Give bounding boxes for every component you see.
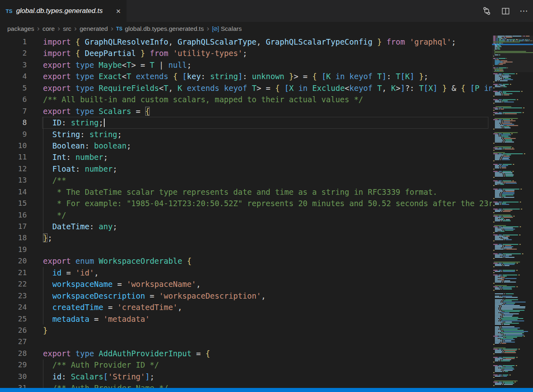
line-number-gutter: 1234567891011121314151617181920212223242… [0, 36, 27, 392]
code-line-19[interactable] [43, 244, 492, 255]
line-number: 21 [0, 267, 27, 278]
text-cursor [104, 118, 105, 127]
line-number: 20 [0, 255, 27, 267]
line-number: 5 [0, 82, 27, 94]
line-number: 24 [0, 302, 27, 313]
line-number: 8 [0, 117, 27, 128]
code-line-25[interactable]: metadata = 'metadata' [43, 313, 492, 325]
close-icon[interactable]: ✕ [114, 7, 123, 15]
code-line-26[interactable]: } [43, 325, 492, 336]
breadcrumb-item-generated[interactable]: generated [80, 25, 108, 32]
more-actions-icon[interactable]: ⋯ [519, 6, 529, 16]
code-line-8[interactable]: ID: string; [43, 117, 492, 128]
chevron-right-icon: › [34, 24, 42, 34]
code-content[interactable]: import { GraphQLResolveInfo, GraphQLScal… [43, 36, 492, 392]
line-number: 9 [0, 129, 27, 140]
chevron-right-icon: › [55, 24, 63, 34]
code-line-6[interactable]: /** All built-in and custom scalars, map… [43, 94, 492, 105]
line-number: 17 [0, 221, 27, 232]
split-editor-icon[interactable] [501, 6, 510, 16]
code-line-4[interactable]: export type Exact<T extends { [key: stri… [43, 71, 492, 82]
code-line-9[interactable]: String: string; [43, 129, 492, 140]
breadcrumb-item-symbol-scalars[interactable]: Scalars [221, 25, 242, 32]
editor-actions: ⋯ [482, 0, 529, 22]
code-line-10[interactable]: Boolean: boolean; [43, 140, 492, 151]
symbol-type-icon: [⊘] [212, 26, 219, 32]
code-line-30[interactable]: id: Scalars['String']; [43, 371, 492, 382]
code-line-29[interactable]: /** Auth Provider ID */ [43, 359, 492, 370]
line-number: 6 [0, 94, 27, 105]
code-line-2[interactable]: import { DeepPartial } from 'utility-typ… [43, 47, 492, 59]
breadcrumb: packages › core › src › generated › TS g… [0, 22, 533, 36]
typescript-file-icon: TS [6, 8, 13, 14]
breadcrumb-item-core[interactable]: core [43, 25, 55, 32]
code-line-14[interactable]: * The DateTime scalar type represents da… [43, 186, 492, 198]
tab-title: global.db.types.generated.ts [16, 7, 103, 15]
tab-global-db-types-generated-ts[interactable]: TS global.db.types.generated.ts ✕ [0, 0, 127, 22]
code-line-24[interactable]: createdTime = 'createdTime', [43, 302, 492, 313]
line-number: 14 [0, 186, 27, 198]
code-line-21[interactable]: id = 'id', [43, 267, 492, 278]
code-line-23[interactable]: workspaceDescription = 'workspaceDescrip… [43, 290, 492, 302]
line-number: 15 [0, 198, 27, 209]
line-number: 18 [0, 232, 27, 243]
code-line-17[interactable]: DateTime: any; [43, 221, 492, 232]
code-line-20[interactable]: export enum WorkspaceOrderable { [43, 255, 492, 267]
code-line-28[interactable]: export type AddAuthProviderInput = { [43, 348, 492, 359]
vscode-window: TS global.db.types.generated.ts ✕ [0, 0, 533, 392]
line-number: 13 [0, 174, 27, 186]
code-line-27[interactable] [43, 336, 492, 347]
line-number: 25 [0, 313, 27, 325]
breadcrumb-item-src[interactable]: src [63, 25, 71, 32]
line-number: 27 [0, 336, 27, 347]
code-line-3[interactable]: export type Maybe<T> = T | null; [43, 59, 492, 71]
minimap[interactable] [492, 36, 533, 392]
code-line-11[interactable]: Int: number; [43, 151, 492, 163]
code-editor: 1234567891011121314151617181920212223242… [0, 36, 533, 392]
line-number: 3 [0, 59, 27, 71]
code-line-7[interactable]: export type Scalars = { [43, 106, 492, 117]
line-number: 2 [0, 47, 27, 59]
line-number: 29 [0, 359, 27, 370]
line-number: 7 [0, 106, 27, 117]
line-number: 30 [0, 371, 27, 382]
line-number: 1 [0, 36, 27, 47]
line-number: 19 [0, 244, 27, 255]
line-number: 28 [0, 348, 27, 359]
line-number: 22 [0, 278, 27, 290]
line-number: 16 [0, 209, 27, 221]
open-changes-icon[interactable] [482, 6, 492, 16]
chevron-right-icon: › [204, 24, 212, 34]
code-line-22[interactable]: workspaceName = 'workspaceName', [43, 278, 492, 290]
line-number: 23 [0, 290, 27, 302]
code-line-16[interactable]: */ [43, 209, 492, 221]
status-bar [0, 388, 533, 392]
breadcrumb-item-packages[interactable]: packages [7, 25, 34, 32]
line-number: 12 [0, 163, 27, 174]
chevron-right-icon: › [71, 24, 80, 34]
breadcrumb-item-filename[interactable]: global.db.types.generated.ts [125, 25, 204, 32]
tab-bar: TS global.db.types.generated.ts ✕ [0, 0, 533, 22]
typescript-file-icon: TS [116, 26, 122, 32]
code-line-1[interactable]: import { GraphQLResolveInfo, GraphQLScal… [43, 36, 492, 47]
line-number: 4 [0, 71, 27, 82]
code-line-12[interactable]: Float: number; [43, 163, 492, 174]
line-number: 10 [0, 140, 27, 151]
line-number: 11 [0, 151, 27, 163]
code-line-15[interactable]: * For example: "1985-04-12T23:20:50.52Z"… [43, 198, 492, 209]
line-number: 26 [0, 325, 27, 336]
code-line-13[interactable]: /** [43, 174, 492, 186]
chevron-right-icon: › [108, 24, 116, 34]
code-line-18[interactable]: }; [43, 232, 492, 243]
code-line-5[interactable]: export type RequireFields<T, K extends k… [43, 82, 492, 94]
